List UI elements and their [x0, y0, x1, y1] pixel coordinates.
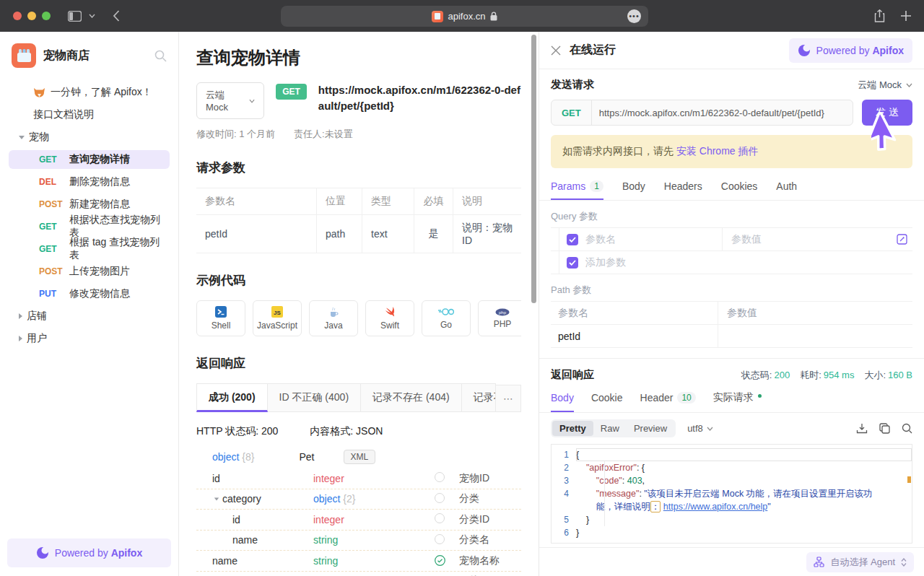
lang-card-shell[interactable]: Shell: [196, 300, 245, 336]
lang-card-javascript[interactable]: JS JavaScript: [253, 300, 302, 336]
close-icon[interactable]: [551, 45, 561, 56]
zoom-window-button[interactable]: [42, 12, 51, 20]
sidebar-toggle-icon[interactable]: [68, 11, 82, 22]
schema-row-id[interactable]: id integer 宠物ID: [196, 468, 521, 489]
path-col-name: 参数名: [551, 302, 718, 324]
chevron-down-icon: [906, 83, 912, 87]
sidebar-endpoint-update-pet[interactable]: PUT 修改宠物信息: [9, 284, 170, 303]
tab-headers[interactable]: Headers: [664, 173, 702, 200]
status-code: 状态码:200: [741, 369, 790, 382]
tab-body[interactable]: Body: [622, 173, 645, 200]
powered-by-apifox-link[interactable]: Powered by Apifox: [7, 538, 171, 567]
sidebar-item-intro[interactable]: 一分钟，了解 Apifox！: [9, 83, 170, 102]
tab-cookies[interactable]: Cookies: [721, 173, 758, 200]
raw-button[interactable]: Raw: [593, 421, 627, 436]
caret-down-icon[interactable]: [211, 497, 222, 501]
encoding-select[interactable]: utf8: [687, 423, 713, 434]
schema-row-photourls[interactable]: photoUrls array[string] 照片URL: [196, 572, 521, 576]
tab-resp-cookie[interactable]: Cookie: [591, 383, 623, 412]
sidebar-endpoint-create-pet[interactable]: POST 新建宠物信息: [9, 195, 170, 214]
sidebar-chevron-down-icon[interactable]: [89, 14, 95, 18]
path-col-value: 参数值: [718, 307, 912, 320]
lang-card-go[interactable]: Go: [422, 300, 471, 336]
agent-selector[interactable]: 自动选择 Agent: [806, 552, 914, 572]
sidebar-endpoint-get-pet-detail[interactable]: GET 查询宠物详情: [9, 150, 170, 169]
xml-toggle[interactable]: XML: [344, 450, 376, 464]
preview-button[interactable]: Preview: [627, 421, 674, 436]
lang-card-swift[interactable]: Swift: [365, 300, 414, 336]
optional-circle-icon: [435, 534, 445, 544]
request-url-input[interactable]: https://mock.apifox.cn/m1/622362-0-defau…: [592, 100, 853, 125]
lang-card-java[interactable]: Java: [309, 300, 358, 336]
tab-success-200[interactable]: 成功 (200): [196, 383, 268, 412]
sidebar-endpoint-find-by-tag[interactable]: GET 根据 tag 查找宠物列表: [9, 240, 170, 258]
reader-options-button[interactable]: •••: [627, 9, 641, 23]
pretty-button[interactable]: Pretty: [552, 421, 593, 436]
screen: apifox.cn ••• 宠物商店: [0, 0, 924, 576]
search-icon[interactable]: [154, 50, 167, 62]
powered-by-apifox-link[interactable]: Powered by Apifox: [789, 38, 912, 63]
sidebar-endpoint-delete-pet[interactable]: DEL 删除宠物信息: [9, 173, 170, 191]
schema-row-name[interactable]: name string 宠物名称: [196, 551, 521, 572]
shell-icon: [215, 306, 227, 318]
schema-row-category[interactable]: category object{2} 分类: [196, 489, 521, 510]
tab-auth[interactable]: Auth: [776, 173, 797, 200]
code-line: 6 }: [552, 526, 912, 539]
search-icon[interactable]: [902, 423, 912, 434]
section-sample-code: 示例代码: [196, 272, 521, 289]
section-response: 返回响应: [196, 355, 521, 372]
scrollbar-thumb[interactable]: [531, 35, 536, 303]
browser-chrome: apifox.cn •••: [0, 0, 924, 32]
new-tab-icon[interactable]: [901, 11, 911, 21]
tab-bad-id-400[interactable]: ID 不正确 (400): [268, 383, 361, 412]
col-type: 类型: [362, 188, 414, 215]
request-params-table: 参数名 位置 类型 必填 说明 petId path text 是 说明：宠物 …: [196, 188, 521, 253]
tab-not-found-404[interactable]: 记录不存在 (404): [361, 383, 462, 412]
checkbox-checked[interactable]: [567, 257, 578, 269]
optional-circle-icon: [435, 493, 445, 503]
param-value-input[interactable]: 参数值: [723, 233, 891, 246]
schema-row-category-name[interactable]: name string 分类名: [196, 531, 521, 551]
intranet-notice: 如需请求内网接口，请先 安装 Chrome 插件: [551, 135, 912, 168]
install-chrome-plugin-link[interactable]: 安装 Chrome 插件: [676, 145, 759, 157]
sidebar-group-pet[interactable]: 宠物: [9, 128, 170, 147]
share-icon[interactable]: [874, 9, 885, 22]
sidebar-endpoint-find-by-status[interactable]: GET 根据状态查找宠物列表: [9, 217, 170, 236]
download-icon[interactable]: [856, 423, 868, 435]
sidebar-endpoint-upload-image[interactable]: POST 上传宠物图片: [9, 262, 170, 281]
schema-row-category-id[interactable]: id integer 分类ID: [196, 510, 521, 531]
caret-down-icon: [19, 136, 25, 139]
lang-card-php[interactable]: php PHP: [478, 300, 521, 336]
run-panel: 在线运行 Powered by Apifox 发送请求 云端 Mock GET: [539, 32, 924, 576]
minimize-window-button[interactable]: [27, 12, 36, 20]
tab-resp-header[interactable]: Header 10: [640, 383, 696, 412]
param-name-input[interactable]: 参数名: [585, 228, 723, 250]
tab-not-found-2[interactable]: 记录不存在 (: [462, 383, 496, 412]
query-params-label: Query 参数: [539, 201, 924, 227]
tab-resp-body[interactable]: Body: [551, 383, 574, 412]
checkbox-checked[interactable]: [567, 234, 578, 245]
help-link[interactable]: https://www.apifox.cn/help: [663, 502, 768, 512]
add-param-input[interactable]: 添加参数: [585, 251, 723, 274]
response-body-editor[interactable]: 1 { 2 "apifoxError": { 3 "code": 403, 4 …: [551, 444, 912, 544]
java-icon: [328, 306, 339, 318]
close-window-button[interactable]: [13, 12, 22, 20]
response-tabs: 成功 (200) ID 不正确 (400) 记录不存在 (404) 记录不存在 …: [196, 383, 521, 412]
header-count-badge: 10: [677, 392, 695, 403]
more-tabs-button[interactable]: ⋯: [496, 385, 521, 412]
mock-env-select[interactable]: 云端 Mock: [196, 82, 264, 119]
sidebar-group-user[interactable]: 用户: [9, 329, 170, 348]
response-title: 返回响应: [551, 368, 741, 382]
edit-icon[interactable]: [891, 234, 912, 245]
address-url: apifox.cn: [448, 11, 485, 22]
back-button[interactable]: [113, 10, 120, 22]
response-view-tabs: Body Cookie Header 10 实际请求: [539, 383, 924, 413]
copy-icon[interactable]: [879, 423, 890, 434]
tab-actual-request[interactable]: 实际请求: [713, 383, 762, 412]
send-button[interactable]: 发 送: [862, 100, 912, 126]
sidebar-item-doc-note[interactable]: 接口文档说明: [9, 105, 170, 124]
sidebar-group-shop[interactable]: 店铺: [9, 307, 170, 326]
mock-env-select[interactable]: 云端 Mock: [858, 79, 912, 92]
tab-params[interactable]: Params 1: [551, 173, 603, 200]
address-bar[interactable]: apifox.cn •••: [281, 6, 648, 27]
